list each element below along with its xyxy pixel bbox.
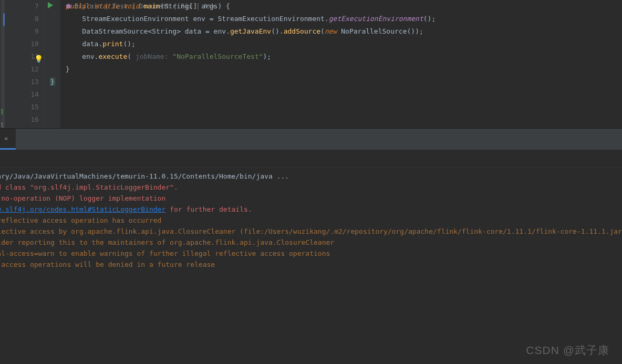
run-toolbar: ↻ 📷 ⎘ ⏲ ⋮ (0, 150, 622, 168)
line-number: 15 (5, 101, 39, 113)
code-line[interactable]: public static void main(String[] args) { (66, 0, 622, 13)
line-number: 16 (5, 113, 39, 126)
line-number: 7 (5, 0, 39, 13)
line-number: 14 (5, 88, 39, 101)
code-line[interactable]: StreamExecutionEnvironment env = StreamE… (66, 13, 622, 25)
tree-item-test[interactable]: ›test (1, 105, 5, 118)
tree-item-wordcountserver[interactable]: WordcountServer (1, 79, 5, 92)
console-line: SLF4J: See http://www.slf4j.org/codes.ht… (0, 204, 622, 215)
tree-item-wordcount[interactable]: WordCount (1, 53, 5, 66)
code-line[interactable]: } (66, 63, 622, 76)
folder-icon (1, 109, 3, 115)
code-line[interactable]: DataStreamSource<String> data = env.getJ… (66, 25, 622, 38)
intention-bulb-icon[interactable]: 💡 (34, 53, 43, 65)
close-tab-icon[interactable]: × (4, 134, 8, 142)
console-line: 7> 6 (0, 314, 622, 325)
run-config-tab[interactable]: NoParallelSourceTest × (0, 129, 16, 150)
console-line: 8> 7 (0, 325, 622, 336)
console-line: 4> 3 (0, 281, 622, 292)
console-line: WARNING: Use --illegal-access=warn to en… (0, 248, 622, 259)
tree-item-resources[interactable]: resources (1, 92, 5, 105)
run-tabs: Run NoParallelSourceTest × (0, 129, 622, 150)
code-editor[interactable]: 7 8 9 10 11 12 13 14 15 16 ⬢ Explain | T… (5, 0, 622, 128)
tree-item-noparallelsource[interactable]: NoParallelSource (1, 0, 5, 13)
watermark: CSDN @武子康 (526, 343, 609, 358)
line-number: 8 (5, 13, 39, 25)
code-line[interactable]: } (50, 76, 622, 88)
console-line: 3> 2 (0, 270, 622, 281)
console-line: WARNING: All illegal access operations w… (0, 259, 622, 270)
tree-item-streamfromkafka[interactable]: StreamFromKafka (1, 39, 5, 53)
tree-item-streamfromcollection[interactable]: StreamFromCollection (1, 26, 5, 39)
run-tool-window: Run NoParallelSourceTest × ↻ 📷 ⎘ ⏲ ⋮ ↑ ↓ (0, 128, 622, 364)
console-line: SLF4J: Defaulting to no-operation (NOP) … (0, 193, 622, 204)
console-line: /Users/wuzikang/Library/Java/JavaVirtual… (0, 171, 622, 182)
console-line: 6> 5 (0, 303, 622, 314)
code-line[interactable]: 💡 env.execute( jobName: "NoParallelSourc… (66, 50, 622, 63)
code-line[interactable]: data.print(); (66, 38, 622, 50)
tree-item-wordcount2[interactable]: WordCount2 (1, 66, 5, 79)
console-line: WARNING: Illegal reflective access by or… (0, 226, 622, 237)
console-output[interactable]: /Users/wuzikang/Library/Java/JavaVirtual… (0, 168, 622, 364)
console-line: 5> 4 (0, 292, 622, 303)
line-number: 9 (5, 25, 39, 38)
run-gutter-icon[interactable] (48, 2, 53, 8)
console-line: SLF4J: Failed to load class "org.slf4j.i… (0, 182, 622, 193)
line-number: 10 (5, 38, 39, 50)
console-line: WARNING: Please consider reporting this … (0, 237, 622, 248)
line-number: 13 (5, 76, 39, 88)
slf4j-link[interactable]: http://www.slf4j.org/codes.html#StaticLo… (0, 205, 165, 213)
console-line: WARNING: An illegal reflective access op… (0, 215, 622, 226)
